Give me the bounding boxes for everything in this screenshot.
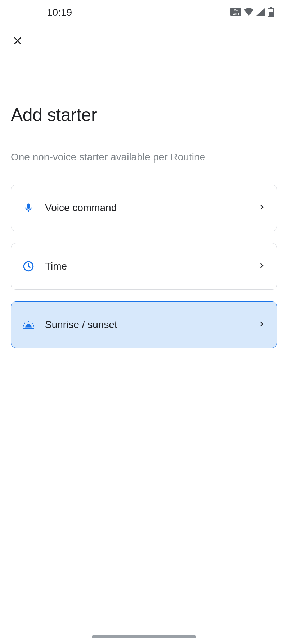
status-time: 10:19 [47, 7, 72, 18]
vowifi-icon: VoWiFi [230, 8, 241, 18]
chevron-right-icon [257, 261, 267, 272]
clock-icon [22, 260, 35, 273]
chevron-right-icon [257, 319, 267, 330]
svg-point-11 [23, 325, 24, 327]
svg-text:Vo: Vo [234, 9, 238, 12]
option-label: Sunrise / sunset [45, 319, 257, 330]
signal-icon [256, 8, 265, 17]
wifi-icon [244, 8, 253, 17]
svg-rect-7 [23, 328, 34, 329]
option-time[interactable]: Time [11, 243, 277, 290]
navigation-handle[interactable] [92, 635, 196, 638]
option-label: Time [45, 261, 257, 272]
svg-point-12 [33, 325, 34, 327]
option-voice-command[interactable]: Voice command [11, 185, 277, 231]
svg-rect-5 [269, 12, 273, 16]
close-icon [12, 35, 24, 48]
svg-point-10 [32, 323, 33, 324]
svg-text:WiFi: WiFi [233, 12, 239, 15]
page-title: Add starter [11, 105, 288, 125]
svg-point-8 [28, 321, 29, 322]
close-button[interactable] [9, 32, 26, 50]
status-icons: VoWiFi [230, 7, 274, 18]
page-subtitle: One non-voice starter available per Rout… [11, 151, 288, 163]
svg-point-9 [24, 323, 26, 324]
mic-icon [22, 201, 35, 214]
option-label: Voice command [45, 202, 257, 214]
options-list: Voice command Time Sunrise / sunset [0, 185, 288, 348]
sunrise-icon [22, 318, 35, 331]
chevron-right-icon [257, 202, 267, 214]
option-sunrise-sunset[interactable]: Sunrise / sunset [11, 301, 277, 348]
battery-icon [268, 7, 274, 18]
status-bar: 10:19 VoWiFi [0, 0, 288, 25]
